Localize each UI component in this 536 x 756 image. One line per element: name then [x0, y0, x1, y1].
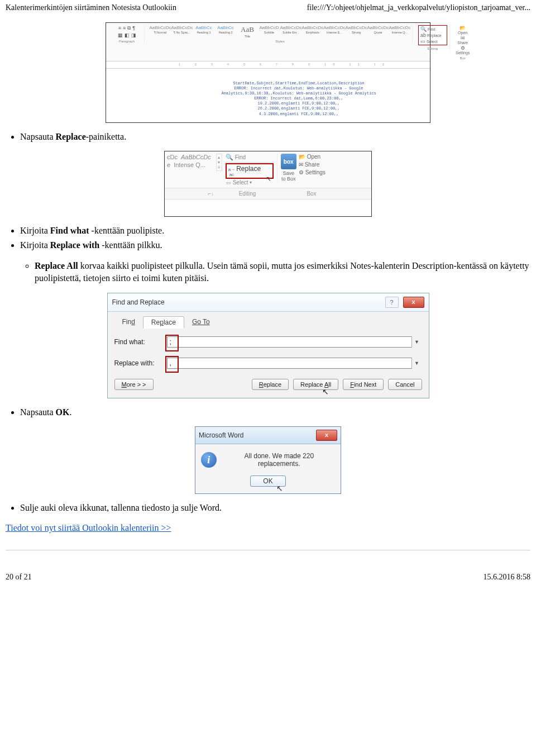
bullet-findwhat: Kirjoita Find what -kenttään puolipiste.: [20, 225, 530, 237]
word-ribbon-screenshot: ≡≡⧉¶ ▦◧◨ Paragraph AaBbCcDc¶ Normal AaBb…: [106, 22, 430, 123]
page-title: Kalenterimerkintöjen siirtäminen Notesis…: [6, 3, 176, 12]
replace-all-button[interactable]: Replace All↖: [293, 379, 338, 390]
info-dialog: Microsoft Word X i All done. We made 220…: [195, 426, 341, 494]
bullet-replacewith: Kirjoita Replace with -kenttään pilkku. …: [20, 239, 530, 284]
replace-button[interactable]: Replace: [252, 379, 289, 390]
styles-gallery: AaBbCcDc¶ Normal AaBbCcDc¶ No Spac... Aa…: [150, 25, 410, 38]
replace-with-label: Replace with:: [114, 359, 164, 367]
bullet-replace: Napsauta Replace-painiketta.: [20, 131, 530, 143]
find-what-input[interactable]: [167, 336, 422, 348]
document-text: StartDate,Subject,StartTime,EndTime,Loca…: [184, 81, 413, 117]
outlook-link[interactable]: Tiedot voi nyt siirtää Outlookin kalente…: [6, 523, 171, 532]
find-replace-dialog: Find and Replace ? X Find Replace Go To …: [107, 293, 429, 398]
cursor-icon: ↖: [276, 484, 283, 493]
bullet-replaceall: Replace All korvaa kaikki puolipisteet p…: [35, 260, 530, 285]
ok-button[interactable]: OK↖: [250, 476, 285, 487]
help-button[interactable]: ?: [385, 297, 399, 308]
tab-replace[interactable]: Replace: [143, 316, 184, 329]
find-next-button[interactable]: Find Next: [343, 379, 384, 390]
page-count: 20 of 21: [6, 573, 32, 582]
more-button[interactable]: MMore > >ore > >: [114, 379, 154, 390]
dialog-title: Find and Replace: [112, 298, 165, 306]
cursor-icon: ↖: [322, 387, 329, 396]
editing-group-highlight: 🔍Find abReplace ▭Select: [418, 25, 447, 45]
replace-button-highlight[interactable]: a→acReplace ↖: [226, 163, 274, 179]
cancel-button[interactable]: Cancel: [388, 379, 422, 390]
find-what-label: Find what:: [114, 338, 164, 346]
bullet-ok: Napsauta OK.: [20, 406, 530, 419]
replace-dropdown[interactable]: ▼: [411, 358, 422, 369]
info-icon: i: [201, 452, 217, 468]
box-icon: box: [281, 154, 296, 169]
page-url: file:///Y:/ohjeet/ohjelmat_ja_verkkopalv…: [307, 3, 530, 12]
page-date: 15.6.2016 8:58: [484, 573, 530, 582]
dialog-title: Microsoft Word: [199, 431, 243, 439]
close-button[interactable]: X: [316, 430, 337, 441]
close-button[interactable]: X: [403, 297, 424, 308]
tab-goto[interactable]: Go To: [184, 316, 218, 329]
bullet-close: Sulje auki oleva ikkunat, tallenna tiedo…: [20, 502, 530, 514]
cursor-icon: ↖: [266, 175, 271, 183]
replace-with-input[interactable]: [167, 358, 422, 369]
tab-find[interactable]: Find: [114, 316, 143, 329]
find-dropdown[interactable]: ▼: [411, 336, 422, 348]
editing-group-zoom-screenshot: cDcAaBbCcDc eIntense Q... ▴▾≡ 🔍Find a→ac…: [164, 151, 372, 217]
info-message: All done. We made 220 replacements.: [223, 452, 335, 468]
